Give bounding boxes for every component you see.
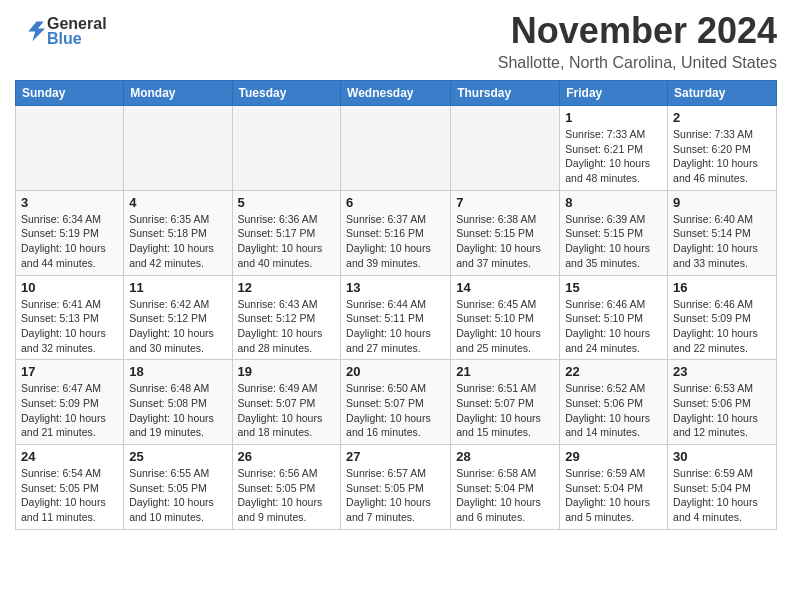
weekday-header: Tuesday bbox=[232, 81, 341, 106]
weekday-header: Wednesday bbox=[341, 81, 451, 106]
weekday-header: Monday bbox=[124, 81, 232, 106]
day-number: 25 bbox=[129, 449, 226, 464]
calendar-cell bbox=[16, 106, 124, 191]
calendar-cell bbox=[124, 106, 232, 191]
day-number: 3 bbox=[21, 195, 118, 210]
calendar-cell: 8Sunrise: 6:39 AM Sunset: 5:15 PM Daylig… bbox=[560, 190, 668, 275]
calendar-cell: 7Sunrise: 6:38 AM Sunset: 5:15 PM Daylig… bbox=[451, 190, 560, 275]
day-info: Sunrise: 6:56 AM Sunset: 5:05 PM Dayligh… bbox=[238, 466, 336, 525]
calendar-cell bbox=[232, 106, 341, 191]
calendar-cell: 3Sunrise: 6:34 AM Sunset: 5:19 PM Daylig… bbox=[16, 190, 124, 275]
calendar-cell bbox=[451, 106, 560, 191]
day-number: 2 bbox=[673, 110, 771, 125]
weekday-header: Friday bbox=[560, 81, 668, 106]
day-info: Sunrise: 6:58 AM Sunset: 5:04 PM Dayligh… bbox=[456, 466, 554, 525]
day-number: 12 bbox=[238, 280, 336, 295]
calendar-cell: 26Sunrise: 6:56 AM Sunset: 5:05 PM Dayli… bbox=[232, 445, 341, 530]
month-title: November 2024 bbox=[498, 10, 777, 52]
calendar-cell: 14Sunrise: 6:45 AM Sunset: 5:10 PM Dayli… bbox=[451, 275, 560, 360]
calendar-table: SundayMondayTuesdayWednesdayThursdayFrid… bbox=[15, 80, 777, 530]
day-number: 21 bbox=[456, 364, 554, 379]
location: Shallotte, North Carolina, United States bbox=[498, 54, 777, 72]
header: General Blue November 2024 Shallotte, No… bbox=[15, 10, 777, 72]
day-number: 4 bbox=[129, 195, 226, 210]
logo: General Blue bbox=[15, 15, 107, 48]
svg-marker-0 bbox=[28, 21, 45, 41]
day-number: 20 bbox=[346, 364, 445, 379]
day-number: 17 bbox=[21, 364, 118, 379]
calendar-cell: 15Sunrise: 6:46 AM Sunset: 5:10 PM Dayli… bbox=[560, 275, 668, 360]
weekday-header: Saturday bbox=[668, 81, 777, 106]
calendar-cell: 4Sunrise: 6:35 AM Sunset: 5:18 PM Daylig… bbox=[124, 190, 232, 275]
weekday-header-row: SundayMondayTuesdayWednesdayThursdayFrid… bbox=[16, 81, 777, 106]
day-number: 16 bbox=[673, 280, 771, 295]
day-number: 7 bbox=[456, 195, 554, 210]
weekday-header: Thursday bbox=[451, 81, 560, 106]
day-info: Sunrise: 6:47 AM Sunset: 5:09 PM Dayligh… bbox=[21, 381, 118, 440]
calendar-cell: 20Sunrise: 6:50 AM Sunset: 5:07 PM Dayli… bbox=[341, 360, 451, 445]
day-number: 28 bbox=[456, 449, 554, 464]
calendar-cell: 27Sunrise: 6:57 AM Sunset: 5:05 PM Dayli… bbox=[341, 445, 451, 530]
day-info: Sunrise: 6:57 AM Sunset: 5:05 PM Dayligh… bbox=[346, 466, 445, 525]
calendar-cell: 13Sunrise: 6:44 AM Sunset: 5:11 PM Dayli… bbox=[341, 275, 451, 360]
day-number: 8 bbox=[565, 195, 662, 210]
logo-icon bbox=[17, 16, 45, 44]
day-number: 30 bbox=[673, 449, 771, 464]
day-number: 5 bbox=[238, 195, 336, 210]
day-info: Sunrise: 6:42 AM Sunset: 5:12 PM Dayligh… bbox=[129, 297, 226, 356]
calendar-week-row: 10Sunrise: 6:41 AM Sunset: 5:13 PM Dayli… bbox=[16, 275, 777, 360]
day-info: Sunrise: 7:33 AM Sunset: 6:21 PM Dayligh… bbox=[565, 127, 662, 186]
calendar-cell: 12Sunrise: 6:43 AM Sunset: 5:12 PM Dayli… bbox=[232, 275, 341, 360]
day-info: Sunrise: 7:33 AM Sunset: 6:20 PM Dayligh… bbox=[673, 127, 771, 186]
day-info: Sunrise: 6:50 AM Sunset: 5:07 PM Dayligh… bbox=[346, 381, 445, 440]
calendar-cell: 2Sunrise: 7:33 AM Sunset: 6:20 PM Daylig… bbox=[668, 106, 777, 191]
calendar-cell: 24Sunrise: 6:54 AM Sunset: 5:05 PM Dayli… bbox=[16, 445, 124, 530]
day-number: 13 bbox=[346, 280, 445, 295]
weekday-header: Sunday bbox=[16, 81, 124, 106]
day-number: 9 bbox=[673, 195, 771, 210]
day-number: 26 bbox=[238, 449, 336, 464]
day-info: Sunrise: 6:48 AM Sunset: 5:08 PM Dayligh… bbox=[129, 381, 226, 440]
calendar-cell: 28Sunrise: 6:58 AM Sunset: 5:04 PM Dayli… bbox=[451, 445, 560, 530]
calendar-cell: 21Sunrise: 6:51 AM Sunset: 5:07 PM Dayli… bbox=[451, 360, 560, 445]
calendar-week-row: 1Sunrise: 7:33 AM Sunset: 6:21 PM Daylig… bbox=[16, 106, 777, 191]
calendar-cell: 19Sunrise: 6:49 AM Sunset: 5:07 PM Dayli… bbox=[232, 360, 341, 445]
day-info: Sunrise: 6:45 AM Sunset: 5:10 PM Dayligh… bbox=[456, 297, 554, 356]
day-info: Sunrise: 6:39 AM Sunset: 5:15 PM Dayligh… bbox=[565, 212, 662, 271]
day-info: Sunrise: 6:44 AM Sunset: 5:11 PM Dayligh… bbox=[346, 297, 445, 356]
calendar-cell: 17Sunrise: 6:47 AM Sunset: 5:09 PM Dayli… bbox=[16, 360, 124, 445]
calendar-cell: 16Sunrise: 6:46 AM Sunset: 5:09 PM Dayli… bbox=[668, 275, 777, 360]
day-info: Sunrise: 6:34 AM Sunset: 5:19 PM Dayligh… bbox=[21, 212, 118, 271]
day-number: 6 bbox=[346, 195, 445, 210]
day-number: 15 bbox=[565, 280, 662, 295]
day-number: 18 bbox=[129, 364, 226, 379]
calendar-week-row: 17Sunrise: 6:47 AM Sunset: 5:09 PM Dayli… bbox=[16, 360, 777, 445]
calendar-cell: 1Sunrise: 7:33 AM Sunset: 6:21 PM Daylig… bbox=[560, 106, 668, 191]
day-info: Sunrise: 6:51 AM Sunset: 5:07 PM Dayligh… bbox=[456, 381, 554, 440]
day-info: Sunrise: 6:59 AM Sunset: 5:04 PM Dayligh… bbox=[673, 466, 771, 525]
calendar-cell: 5Sunrise: 6:36 AM Sunset: 5:17 PM Daylig… bbox=[232, 190, 341, 275]
day-number: 11 bbox=[129, 280, 226, 295]
calendar-week-row: 24Sunrise: 6:54 AM Sunset: 5:05 PM Dayli… bbox=[16, 445, 777, 530]
day-number: 29 bbox=[565, 449, 662, 464]
calendar-cell bbox=[341, 106, 451, 191]
page-container: General Blue November 2024 Shallotte, No… bbox=[0, 0, 792, 535]
calendar-cell: 6Sunrise: 6:37 AM Sunset: 5:16 PM Daylig… bbox=[341, 190, 451, 275]
day-info: Sunrise: 6:35 AM Sunset: 5:18 PM Dayligh… bbox=[129, 212, 226, 271]
calendar-cell: 9Sunrise: 6:40 AM Sunset: 5:14 PM Daylig… bbox=[668, 190, 777, 275]
calendar-cell: 30Sunrise: 6:59 AM Sunset: 5:04 PM Dayli… bbox=[668, 445, 777, 530]
calendar-cell: 11Sunrise: 6:42 AM Sunset: 5:12 PM Dayli… bbox=[124, 275, 232, 360]
day-info: Sunrise: 6:46 AM Sunset: 5:10 PM Dayligh… bbox=[565, 297, 662, 356]
day-info: Sunrise: 6:41 AM Sunset: 5:13 PM Dayligh… bbox=[21, 297, 118, 356]
calendar-week-row: 3Sunrise: 6:34 AM Sunset: 5:19 PM Daylig… bbox=[16, 190, 777, 275]
title-section: November 2024 Shallotte, North Carolina,… bbox=[498, 10, 777, 72]
day-info: Sunrise: 6:52 AM Sunset: 5:06 PM Dayligh… bbox=[565, 381, 662, 440]
calendar-cell: 29Sunrise: 6:59 AM Sunset: 5:04 PM Dayli… bbox=[560, 445, 668, 530]
day-number: 24 bbox=[21, 449, 118, 464]
day-info: Sunrise: 6:36 AM Sunset: 5:17 PM Dayligh… bbox=[238, 212, 336, 271]
day-number: 27 bbox=[346, 449, 445, 464]
day-info: Sunrise: 6:59 AM Sunset: 5:04 PM Dayligh… bbox=[565, 466, 662, 525]
day-info: Sunrise: 6:37 AM Sunset: 5:16 PM Dayligh… bbox=[346, 212, 445, 271]
day-info: Sunrise: 6:53 AM Sunset: 5:06 PM Dayligh… bbox=[673, 381, 771, 440]
day-number: 14 bbox=[456, 280, 554, 295]
